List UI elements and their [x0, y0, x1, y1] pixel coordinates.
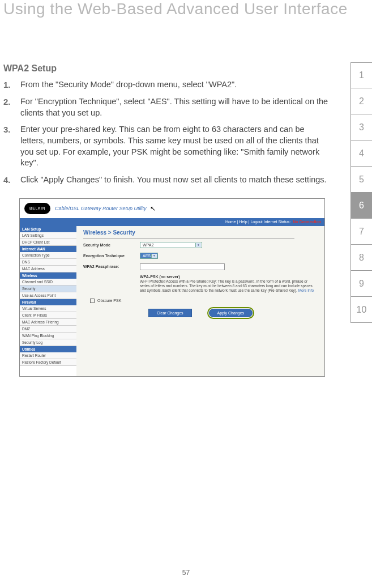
sb-item[interactable]: Use as Access Point: [20, 292, 76, 299]
more-info-link[interactable]: More Info: [298, 288, 314, 292]
sb-section-wireless: Wireless: [20, 272, 76, 279]
tab-7[interactable]: 7: [350, 219, 372, 245]
breadcrumb: Wireless > Security: [83, 229, 318, 236]
step-text: From the "Security Mode" drop-down menu,…: [20, 79, 329, 91]
shot-sidebar: LAN Setup LAN Settings DHCP Client List …: [20, 226, 76, 376]
tab-5[interactable]: 5: [350, 167, 372, 193]
desc-body: Wi-Fi Protected Access with a Pre-Shared…: [140, 279, 313, 292]
tab-6[interactable]: 6: [350, 193, 372, 219]
step-text: Enter your pre-shared key. This can be f…: [20, 124, 329, 168]
security-mode-select[interactable]: WPA2 ▾: [140, 242, 202, 248]
sb-item[interactable]: Security Log: [20, 339, 76, 346]
section-heading: WPA2 Setup: [3, 63, 329, 74]
step-4: 4. Click "Apply Changes" to finish. You …: [3, 174, 329, 186]
sb-section-utilities: Utilities: [20, 346, 76, 352]
step-text: For "Encryption Technique", select "AES"…: [20, 96, 329, 118]
security-mode-label: Security Mode: [83, 243, 140, 247]
shot-header: BELKIN Cable/DSL Gateway Router Setup Ut…: [20, 199, 324, 218]
tab-2[interactable]: 2: [350, 88, 372, 114]
sb-section-firewall: Firewall: [20, 299, 76, 305]
shot-topbar: Home | Help | Logout Internet Status: No…: [20, 218, 324, 226]
divider: [83, 238, 294, 238]
step-number: 1.: [3, 79, 20, 91]
chevron-down-icon: ▾: [195, 243, 201, 247]
chevron-down-icon: ▾: [151, 254, 157, 258]
sb-item[interactable]: WAN Ping Blocking: [20, 333, 76, 339]
tab-3[interactable]: 3: [350, 114, 372, 140]
tab-1[interactable]: 1: [350, 62, 372, 88]
topbar-links[interactable]: Home | Help | Logout Internet Status:: [225, 220, 290, 224]
obscure-psk-row: Obscure PSK: [90, 299, 318, 303]
sb-item[interactable]: Restore Factory Default: [20, 359, 76, 366]
sb-item[interactable]: MAC Address: [20, 266, 76, 272]
step-number: 4.: [3, 174, 20, 186]
passphrase-input[interactable]: [140, 263, 225, 270]
step-1: 1. From the "Security Mode" drop-down me…: [3, 79, 329, 91]
sb-item[interactable]: Connection Type: [20, 252, 76, 259]
tab-8[interactable]: 8: [350, 245, 372, 271]
sb-item[interactable]: MAC Address Filtering: [20, 319, 76, 326]
step-number: 2.: [3, 96, 20, 118]
sb-section-wan: Internet WAN: [20, 246, 76, 252]
content-area: WPA2 Setup 1. From the "Security Mode" d…: [3, 63, 329, 377]
sb-item[interactable]: DNS: [20, 259, 76, 266]
cursor-icon: ↖: [150, 204, 156, 212]
encryption-select[interactable]: AES ▾: [140, 253, 158, 259]
apply-changes-button[interactable]: Apply Changes: [209, 309, 253, 317]
router-screenshot: BELKIN Cable/DSL Gateway Router Setup Ut…: [19, 198, 325, 377]
step-2: 2. For "Encryption Technique", select "A…: [3, 96, 329, 118]
wpa-description: WPA-PSK (no server) Wi-Fi Protected Acce…: [140, 275, 318, 293]
step-number: 3.: [3, 124, 20, 168]
shot-main: Wireless > Security Security Mode WPA2 ▾…: [76, 226, 324, 376]
obscure-label: Obscure PSK: [97, 299, 121, 302]
sb-item-security[interactable]: Security: [20, 286, 76, 292]
tab-4[interactable]: 4: [350, 140, 372, 167]
clear-changes-button[interactable]: Clear Changes: [148, 309, 192, 317]
sb-item[interactable]: DHCP Client List: [20, 239, 76, 246]
security-mode-value: WPA2: [143, 243, 153, 247]
desc-title: WPA-PSK (no server): [140, 275, 318, 279]
page-title: Using the Web-Based Advanced User Interf…: [0, 0, 348, 18]
obscure-checkbox[interactable]: [90, 299, 95, 303]
sb-item[interactable]: Channel and SSID: [20, 279, 76, 286]
shot-header-text: Cable/DSL Gateway Router Setup Utility: [55, 206, 146, 211]
sb-item[interactable]: LAN Settings: [20, 232, 76, 239]
step-3: 3. Enter your pre-shared key. This can b…: [3, 124, 329, 168]
encryption-value: AES: [143, 254, 151, 258]
tab-10[interactable]: 10: [350, 297, 372, 323]
step-text: Click "Apply Changes" to finish. You mus…: [20, 174, 329, 186]
section-tabs: 1 2 3 4 5 6 7 8 9 10: [350, 62, 372, 323]
sb-item[interactable]: DMZ: [20, 326, 76, 333]
sb-item[interactable]: Virtual Servers: [20, 305, 76, 312]
sb-item[interactable]: Restart Router: [20, 352, 76, 359]
sb-section-lan: LAN Setup: [20, 226, 76, 232]
encryption-label: Encryption Technique: [83, 254, 140, 258]
page-number: 57: [0, 569, 372, 577]
belkin-logo: BELKIN: [24, 203, 50, 214]
internet-status: No Connection: [293, 220, 321, 224]
sb-item[interactable]: Client IP Filters: [20, 312, 76, 319]
tab-9[interactable]: 9: [350, 271, 372, 297]
passphrase-label: WPA2 Passphrase:: [83, 265, 140, 269]
